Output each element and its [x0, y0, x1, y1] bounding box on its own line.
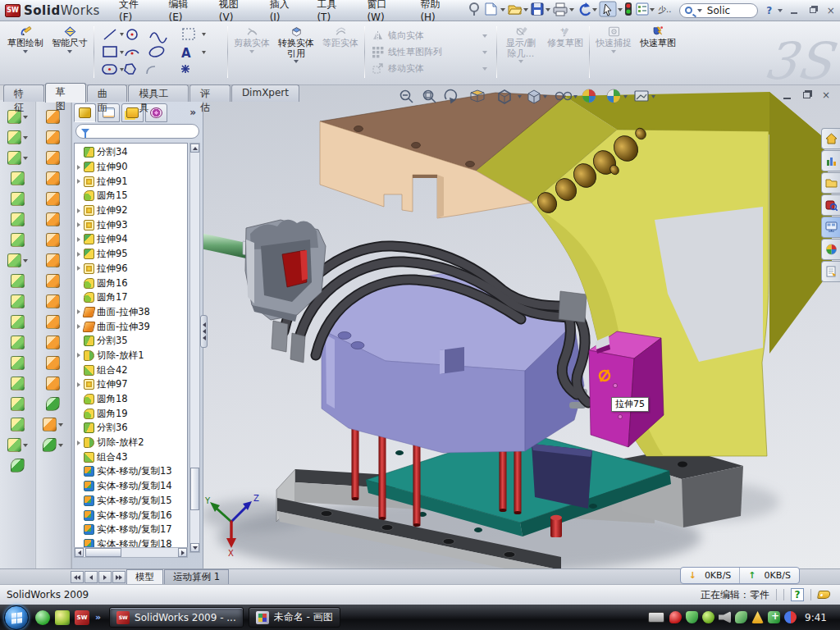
feature-tool-icon[interactable]	[7, 438, 28, 452]
expander-icon[interactable]	[77, 208, 80, 213]
file-explorer-tab[interactable]	[821, 172, 840, 194]
feature-tool-icon[interactable]	[46, 192, 60, 206]
feature-tool-icon[interactable]	[11, 336, 25, 349]
expander-icon[interactable]	[77, 382, 80, 387]
feature-tool-icon[interactable]	[11, 294, 25, 308]
tree-item[interactable]: 实体-移动/复制17	[75, 523, 187, 537]
expander-icon[interactable]	[77, 237, 80, 242]
document-tab[interactable]: 模型	[126, 569, 163, 584]
tree-item[interactable]: 切除-放样2	[75, 436, 187, 450]
tree-vertical-scrollbar[interactable]	[189, 143, 200, 553]
start-button[interactable]	[4, 605, 29, 630]
expander-icon[interactable]	[77, 324, 80, 329]
tree-item[interactable]: 拉伸97	[75, 377, 187, 392]
feature-tool-icon[interactable]	[46, 356, 60, 370]
first-tab-button[interactable]	[71, 571, 84, 583]
quicklaunch-overflow-button[interactable]: »	[95, 612, 101, 623]
more-tools-label[interactable]: 少..	[658, 5, 671, 14]
security-red-tray-icon[interactable]	[669, 611, 682, 623]
save-dropdown-icon[interactable]	[546, 8, 550, 11]
sync-green-tray-icon[interactable]	[735, 611, 747, 623]
feature-tool-icon[interactable]	[46, 253, 60, 267]
help-button[interactable]: ?	[763, 5, 775, 16]
feature-tool-icon[interactable]	[46, 130, 60, 144]
undo-icon[interactable]	[581, 2, 590, 15]
apply-scene-icon[interactable]	[607, 89, 620, 103]
new-document-icon[interactable]	[486, 3, 496, 15]
tree-item[interactable]: 实体-移动/复制14	[75, 479, 187, 494]
feature-tool-icon[interactable]	[11, 315, 25, 329]
tree-item[interactable]: 曲面-拉伸38	[75, 305, 187, 320]
graphics-viewport[interactable]: Y Z X	[203, 85, 840, 568]
doc-close-button[interactable]: ×	[819, 89, 833, 101]
pin-icon[interactable]	[470, 3, 478, 16]
zoom-area-icon[interactable]	[424, 91, 436, 103]
custom-properties-tab[interactable]	[821, 261, 840, 282]
tree-horizontal-scrollbar[interactable]	[74, 547, 188, 558]
antivirus-icon[interactable]	[55, 610, 70, 625]
next-tab-button[interactable]	[98, 571, 112, 583]
doc-minimize-button[interactable]	[779, 89, 794, 101]
view-orientation-icon[interactable]	[499, 90, 510, 103]
new-dropdown-icon[interactable]	[500, 8, 505, 11]
search-input[interactable]: Solic	[707, 5, 730, 16]
convert-dropdown-icon[interactable]	[294, 60, 299, 63]
options-list-icon[interactable]	[637, 3, 648, 15]
doc-restore-button[interactable]	[799, 89, 814, 101]
tree-item[interactable]: 圆角16	[75, 276, 187, 290]
featuremanager-tab[interactable]	[74, 103, 96, 122]
view-settings-icon[interactable]	[635, 91, 648, 101]
tree-item[interactable]: 切除-放样1	[75, 349, 187, 363]
close-button[interactable]: ×	[824, 4, 838, 16]
search-box[interactable]: Solic	[679, 3, 758, 18]
tree-item[interactable]: 拉伸96	[75, 262, 187, 276]
undo-dropdown-icon[interactable]	[592, 8, 597, 11]
feature-tool-icon[interactable]	[11, 274, 25, 288]
taskbar-clock[interactable]: 9:41	[801, 612, 833, 623]
open-dropdown-icon[interactable]	[523, 8, 528, 11]
feature-tool-icon[interactable]	[46, 233, 60, 247]
feature-tool-icon[interactable]	[11, 212, 25, 226]
feature-tool-icon[interactable]	[7, 253, 28, 267]
tree-item[interactable]: 曲面-拉伸39	[75, 319, 187, 334]
expander-icon[interactable]	[77, 309, 80, 314]
tag-icon[interactable]	[817, 591, 831, 599]
expander-icon[interactable]	[77, 353, 80, 358]
keyboard-icon[interactable]	[648, 612, 664, 623]
tool-dropdown-icon[interactable]	[58, 423, 63, 427]
smart-dimension-button[interactable]: 智能尺寸	[48, 23, 92, 81]
update-lime-tray-icon[interactable]	[702, 611, 714, 623]
rapid-sketch-button[interactable]: 快速草图	[636, 23, 680, 81]
expander-icon[interactable]	[77, 252, 80, 257]
ribbon-tab[interactable]: DimXpert	[231, 84, 299, 102]
tree-item[interactable]: 拉伸94	[75, 232, 187, 247]
solidworks-quicklaunch-icon[interactable]: SW	[75, 610, 89, 625]
ribbon-tab[interactable]: 草图	[45, 83, 86, 103]
tree-item[interactable]: 圆角18	[75, 392, 187, 407]
sketch-dropdown-icon[interactable]	[23, 50, 28, 53]
feature-tool-icon[interactable]	[7, 130, 28, 144]
print-icon[interactable]	[554, 3, 567, 16]
feature-tool-icon[interactable]	[46, 212, 60, 226]
tool-dropdown-icon[interactable]	[58, 444, 63, 447]
restore-button[interactable]	[805, 4, 819, 16]
tree-item[interactable]: 拉伸92	[75, 203, 187, 218]
messenger-icon[interactable]	[35, 610, 50, 625]
sketch-entities-grid[interactable]: A	[96, 23, 226, 81]
design-library-tab[interactable]	[821, 150, 840, 171]
feature-tool-icon[interactable]	[43, 438, 63, 452]
feature-tool-icon[interactable]	[46, 397, 60, 411]
feature-tool-icon[interactable]	[46, 294, 60, 308]
expander-icon[interactable]	[77, 266, 80, 271]
prev-tab-button[interactable]	[84, 571, 98, 583]
section-view-icon[interactable]	[471, 90, 484, 102]
feature-tool-icon[interactable]	[46, 151, 60, 165]
tool-dropdown-icon[interactable]	[23, 259, 28, 262]
tool-dropdown-icon[interactable]	[23, 444, 28, 447]
tree-item[interactable]: 拉伸91	[75, 174, 187, 189]
feature-tool-icon[interactable]	[46, 315, 60, 329]
document-tab[interactable]: 运动算例 1	[164, 569, 229, 584]
model-scene[interactable]: Y Z X	[203, 85, 840, 568]
taskbar-task-button[interactable]: 未命名 - 画图	[249, 607, 340, 628]
tool-dropdown-icon[interactable]	[23, 116, 28, 119]
